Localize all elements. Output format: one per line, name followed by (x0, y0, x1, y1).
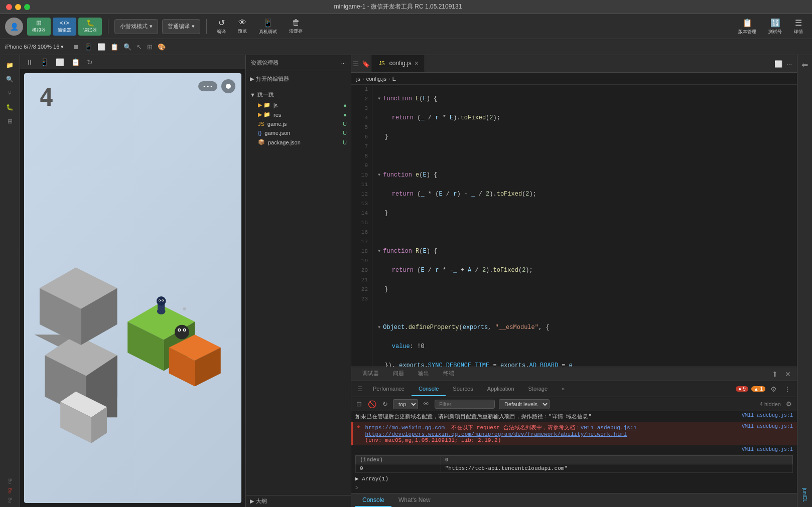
realdevice-button[interactable]: 📱 真机调试 (255, 16, 281, 37)
paint-button[interactable]: 🎨 (157, 42, 167, 52)
close-button[interactable] (6, 4, 12, 10)
devtools-tab-issues[interactable]: 问题 (386, 367, 411, 381)
grid-button[interactable]: ⊞ (146, 42, 154, 52)
devtools-tab-debugger[interactable]: 调试器 (355, 367, 386, 381)
error-badge: ● 9 (736, 386, 748, 392)
sim-tablet-button[interactable]: ⬜ (54, 57, 66, 67)
tab-close-button[interactable]: × (415, 60, 419, 67)
sim-play-button[interactable]: ⏸ (24, 57, 35, 67)
simulator-button[interactable]: ⊞ 模拟器 (27, 18, 51, 36)
testnum-button[interactable]: 🔢 测试号 (764, 16, 786, 37)
file-panel-title: 资源管理器 (251, 59, 279, 67)
devtools-settings-btn[interactable]: ⚙ (768, 384, 779, 394)
clearcache-button[interactable]: 🗑 清缓存 (285, 16, 307, 37)
minimize-button[interactable] (15, 4, 21, 10)
editor-tab-configjs[interactable]: JS config.js × (371, 55, 425, 72)
file-item-gamejson[interactable]: {} game.json U (246, 128, 351, 137)
sidebar-icon-search[interactable]: 🔍 (3, 73, 18, 85)
devtools-close-button[interactable]: ✕ (783, 369, 793, 379)
file-panel-menu-icon[interactable]: ··· (341, 60, 346, 66)
compile-button[interactable]: ↺ 编译 (213, 16, 230, 37)
console-filter-input[interactable] (435, 400, 495, 409)
bookmark-icon[interactable]: 🔖 (362, 60, 370, 68)
svg-point-17 (157, 296, 166, 306)
console-levels-dropdown[interactable]: Default levels (499, 399, 550, 409)
console-eye-button[interactable]: 👁 (422, 399, 431, 409)
secondary-toolbar: iPhone 6/7/8 100% 16 ▾ ⏹ 📱 ⬜ 📋 🔍 ↖ ⊞ 🎨 (0, 39, 812, 55)
breadcrumb-e[interactable]: E (392, 76, 396, 82)
msg-1-file[interactable]: VM11 asdebug.js:1 (742, 413, 793, 418)
console-settings-gear[interactable]: ⚙ (785, 399, 793, 409)
search-button[interactable]: 🔍 (122, 42, 132, 52)
file-item-js[interactable]: ▶ 📁 js ● (246, 100, 351, 110)
copy-button[interactable]: 📋 (109, 42, 119, 52)
chrome-tab-storage[interactable]: Storage (521, 382, 555, 396)
window-controls[interactable] (6, 4, 30, 10)
msg-3-file[interactable]: VM11 asdebug.js:1 (742, 447, 793, 452)
editor-button[interactable]: </> 编辑器 (53, 18, 76, 36)
split-editor-button[interactable]: ⬜ (773, 59, 783, 69)
maximize-button[interactable] (24, 4, 30, 10)
versionmgr-button[interactable]: 📋 版本管理 (734, 16, 760, 37)
chrome-tab-more[interactable]: » (555, 382, 572, 396)
console-array[interactable]: ▶ Array(1) (351, 474, 797, 483)
jump-section-header[interactable]: ▼ 跳一跳 (246, 89, 351, 100)
sidebar-icon-extensions[interactable]: ⊞ (3, 115, 18, 127)
sidebar-icon-debug[interactable]: 🐛 (3, 101, 18, 113)
devtools-expand-button[interactable]: ⬆ (770, 369, 780, 379)
mode-dropdown[interactable]: 小游戏模式 ▾ (114, 19, 158, 34)
devtools-panel: 调试器 问题 输出 终端 ⬆ ✕ ☰ Performance Con (351, 367, 797, 507)
chrome-tab-performance[interactable]: Performance (366, 382, 412, 396)
simulator-screen: 4 • • • (24, 73, 241, 503)
sidebar-icon-files[interactable]: 📁 (3, 59, 18, 71)
right-sidebar-expand[interactable]: ⬅ (800, 59, 809, 71)
devtools-sidebar-btn[interactable]: ☰ (355, 385, 365, 394)
breadcrumb-js[interactable]: js (356, 76, 360, 82)
devtools-tab-output[interactable]: 输出 (411, 367, 436, 381)
debugger-button[interactable]: 🐛 调试器 (78, 18, 102, 36)
open-editors-header[interactable]: ▶ 打开的编辑器 (246, 73, 351, 85)
sim-phone-button[interactable]: 📱 (38, 57, 51, 67)
error-link-2[interactable]: VM11 asdebug.js:1 (581, 425, 637, 431)
msg-2-file[interactable]: VM11 asdebug.js:1 (742, 424, 793, 429)
right-sidebar-junicli[interactable]: juniCL (801, 487, 808, 503)
bottom-tab-console[interactable]: Console (355, 493, 391, 507)
sidebar-icon-git[interactable]: ⑂ (3, 87, 18, 99)
compile-dropdown[interactable]: 普通编译 ▾ (162, 19, 200, 34)
stop-button[interactable]: ⏹ (72, 42, 80, 52)
tab-js-icon: JS (377, 60, 386, 67)
breadcrumb-configjs[interactable]: config.js (366, 76, 386, 82)
svg-point-22 (175, 325, 189, 340)
console-clear-button[interactable]: 🚫 (367, 399, 377, 409)
devtools-tab-terminal[interactable]: 终端 (436, 367, 461, 381)
sim-rotate-button[interactable]: ↻ (85, 57, 95, 67)
error-link-1[interactable]: https://mo.weixin.qq.com (365, 425, 445, 431)
file-item-res[interactable]: ▶ 📁 res ● (246, 110, 351, 119)
minimap-icon[interactable]: ☰ (353, 60, 359, 68)
cursor-button[interactable]: ↖ (136, 42, 143, 52)
editor-area: ☰ 🔖 JS config.js × ⬜ ··· js › config.js … (351, 55, 797, 507)
outline-header[interactable]: ▶ 大纲 (246, 495, 351, 507)
devtools-more-btn[interactable]: ⋮ (782, 384, 793, 394)
error-link-3[interactable]: https://developers.weixin.qq.com/minipro… (365, 431, 627, 437)
console-refresh-button[interactable]: ↻ (381, 399, 389, 409)
file-item-gamejs[interactable]: JS game.js U (246, 119, 351, 128)
sim-copy-button[interactable]: 📋 (69, 57, 82, 67)
console-prompt: > (351, 483, 797, 492)
console-context-dropdown[interactable]: top (393, 399, 418, 409)
device-info[interactable]: iPhone 6/7/8 100% 16 ▾ (5, 44, 64, 50)
tablet-button[interactable]: ⬜ (96, 42, 106, 52)
details-button[interactable]: ☰ 详情 (790, 16, 807, 37)
chrome-tab-application[interactable]: Application (480, 382, 521, 396)
game-scene (24, 73, 241, 503)
avatar[interactable]: 👤 (5, 18, 23, 36)
preview-button[interactable]: 👁 预览 (234, 16, 251, 37)
file-item-pkgjson[interactable]: 📦 package.json U (246, 137, 351, 147)
phone-button[interactable]: 📱 (83, 42, 93, 52)
code-editor[interactable]: 12345 678910 1112131415 1617181920 21222… (351, 85, 797, 367)
more-tabs-button[interactable]: ··· (785, 59, 793, 69)
chrome-tab-console[interactable]: Console (412, 382, 446, 396)
console-sidebar-toggle[interactable]: ⊡ (355, 399, 363, 409)
chrome-tab-sources[interactable]: Sources (446, 382, 480, 396)
bottom-tab-whatsnew[interactable]: What's New (391, 493, 438, 507)
